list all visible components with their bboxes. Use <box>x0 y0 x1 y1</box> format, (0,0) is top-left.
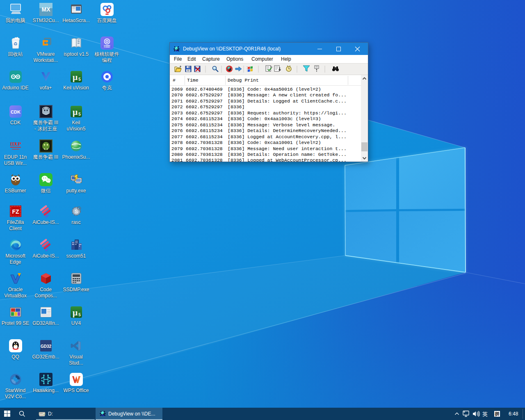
svg-text:5: 5 <box>78 77 81 82</box>
svg-text:µ: µ <box>72 72 78 82</box>
svg-text:5: 5 <box>78 112 81 116</box>
svg-text:FZ: FZ <box>12 208 19 215</box>
svg-text:5: 5 <box>78 313 81 317</box>
svg-text:软硬件编程: 软硬件编程 <box>102 45 112 48</box>
svg-text:CDK: CDK <box>11 110 21 114</box>
svg-text:EDUP: EDUP <box>10 141 21 147</box>
svg-text:µ: µ <box>72 307 78 317</box>
svg-text:♻: ♻ <box>14 41 18 46</box>
svg-text:GD32: GD32 <box>40 344 51 349</box>
svg-text:S: S <box>74 209 78 215</box>
svg-text:MX: MX <box>41 6 50 13</box>
svg-text:µ: µ <box>72 107 78 117</box>
